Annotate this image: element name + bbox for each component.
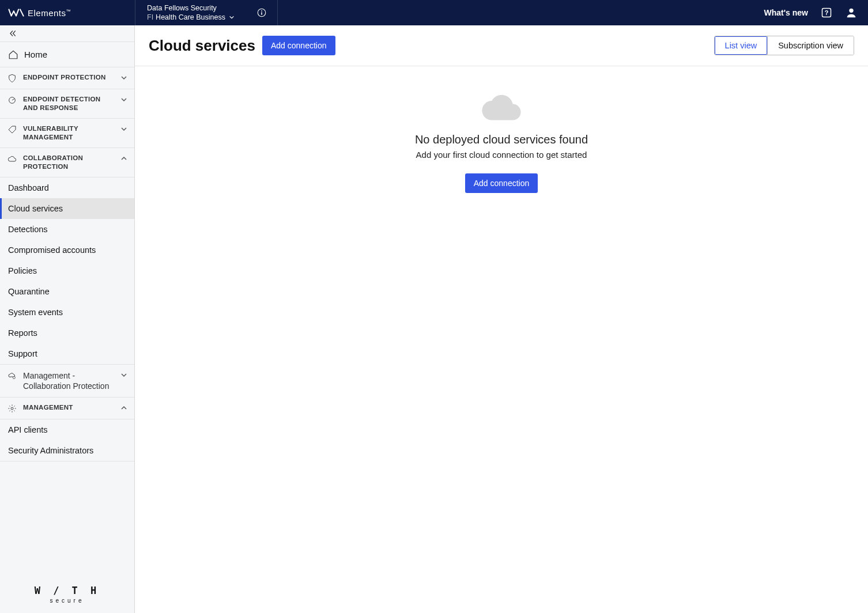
- brand-name: Elements™: [28, 8, 71, 18]
- sidebar-item-detections[interactable]: Detections: [0, 219, 134, 240]
- section-management[interactable]: Management: [0, 398, 134, 419]
- sidebar-item-security-admins[interactable]: Security Administrators: [0, 440, 134, 461]
- radar-icon: [7, 96, 17, 105]
- sidebar-item-home[interactable]: Home: [0, 42, 134, 67]
- svg-line-0: [20, 9, 24, 16]
- gear-icon: [7, 404, 17, 413]
- section-mgmt-label: Management: [23, 403, 115, 412]
- view-toggle: List view Subscription view: [714, 36, 854, 55]
- section-epp-label: Endpoint Protection: [23, 73, 115, 82]
- gear-cloud-icon: [7, 371, 17, 380]
- svg-point-2: [261, 10, 262, 12]
- svg-point-6: [849, 9, 853, 13]
- sidebar-item-dashboard[interactable]: Dashboard: [0, 177, 134, 198]
- chevron-down-icon: [229, 14, 235, 20]
- svg-text:?: ?: [825, 9, 829, 16]
- topbar-right: What's new ?: [764, 0, 860, 25]
- sidebar: Home Endpoint Protection Endpoint Detect…: [0, 25, 135, 613]
- chevron-up-icon: [120, 404, 127, 411]
- top-bar: Elements™ Data Fellows Security FI Healt…: [0, 0, 868, 25]
- empty-state-title: No deployed cloud services found: [415, 133, 588, 146]
- sidebar-item-compromised-accounts[interactable]: Compromised accounts: [0, 240, 134, 260]
- view-subscription-tab[interactable]: Subscription view: [767, 36, 854, 55]
- main-content: Cloud services Add connection List view …: [135, 25, 868, 613]
- empty-state: No deployed cloud services found Add you…: [135, 66, 868, 613]
- empty-state-subtitle: Add your first cloud connection to get s…: [416, 150, 587, 160]
- cloud-illustration-icon: [475, 93, 527, 125]
- tag-icon: [7, 125, 17, 134]
- org-info-button[interactable]: [246, 0, 278, 25]
- whats-new-link[interactable]: What's new: [764, 8, 808, 17]
- view-list-tab[interactable]: List view: [715, 36, 768, 55]
- svg-point-9: [11, 407, 13, 410]
- chevron-down-icon: [120, 96, 127, 103]
- info-icon: [256, 7, 267, 18]
- sidebar-item-support[interactable]: Support: [0, 343, 134, 364]
- shield-icon: [7, 74, 17, 83]
- brand-logo-icon: [8, 7, 24, 18]
- page-title: Cloud services: [149, 37, 255, 55]
- svg-point-8: [13, 376, 15, 379]
- section-cp-label: Collaboration Protection: [23, 154, 115, 171]
- user-icon: [845, 6, 858, 19]
- section-vulnerability[interactable]: Vulnerability Management: [0, 119, 134, 148]
- sidebar-item-cloud-services[interactable]: Cloud services: [0, 198, 134, 219]
- add-connection-button[interactable]: Add connection: [262, 36, 335, 55]
- section-collaboration-protection[interactable]: Collaboration Protection: [0, 148, 134, 177]
- brand: Elements™: [8, 0, 135, 25]
- sidebar-item-system-events[interactable]: System events: [0, 302, 134, 323]
- help-button[interactable]: ?: [821, 7, 832, 18]
- cloud-icon: [7, 154, 17, 164]
- org-name-line2: FI Health Care Business: [147, 13, 235, 22]
- sidebar-item-policies[interactable]: Policies: [0, 260, 134, 281]
- withsecure-logo-sub: secure: [50, 597, 84, 604]
- sidebar-item-quarantine[interactable]: Quarantine: [0, 281, 134, 302]
- sidebar-item-api-clients[interactable]: API clients: [0, 419, 134, 440]
- page-header: Cloud services Add connection List view …: [135, 25, 868, 66]
- mgmt-subitems: API clients Security Administrators: [0, 419, 134, 461]
- svg-rect-3: [261, 12, 262, 15]
- section-management-cp[interactable]: Management - Collaboration Protection: [0, 365, 134, 398]
- chevron-down-icon: [120, 372, 127, 379]
- org-selector[interactable]: Data Fellows Security FI Health Care Bus…: [135, 0, 246, 25]
- section-edr[interactable]: Endpoint Detection and Response: [0, 89, 134, 119]
- section-edr-label: Endpoint Detection and Response: [23, 95, 115, 112]
- sidebar-home-label: Home: [24, 50, 47, 59]
- collapse-sidebar-button[interactable]: [8, 29, 17, 38]
- section-mcp-label: Management - Collaboration Protection: [23, 370, 115, 391]
- sidebar-footer-logo: W / T H secure: [0, 574, 134, 613]
- org-name-line1: Data Fellows Security: [147, 3, 235, 13]
- withsecure-logo-text: W / T H: [35, 585, 100, 596]
- cp-subitems: Dashboard Cloud services Detections Comp…: [0, 177, 134, 364]
- empty-add-connection-button[interactable]: Add connection: [465, 173, 538, 193]
- home-icon: [8, 50, 18, 60]
- account-button[interactable]: [845, 6, 858, 19]
- section-endpoint-protection[interactable]: Endpoint Protection: [0, 67, 134, 89]
- chevron-double-left-icon: [8, 29, 17, 38]
- help-icon: ?: [821, 7, 832, 18]
- chevron-up-icon: [120, 155, 127, 162]
- chevron-down-icon: [120, 126, 127, 133]
- chevron-down-icon: [120, 74, 127, 81]
- sidebar-item-reports[interactable]: Reports: [0, 323, 134, 343]
- section-vm-label: Vulnerability Management: [23, 124, 115, 142]
